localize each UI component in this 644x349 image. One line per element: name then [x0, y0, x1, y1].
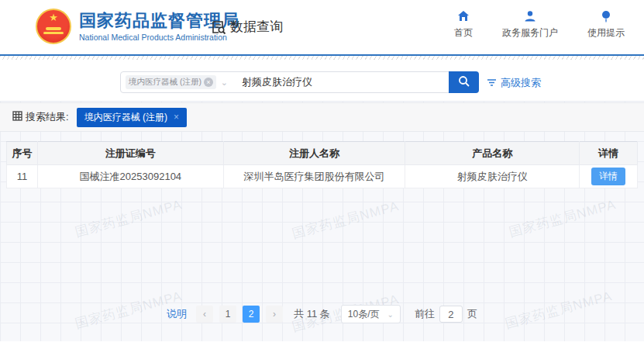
- page-size-select[interactable]: 10条/页 ⌄: [341, 305, 401, 323]
- header: ★ 国家药品监督管理局 National Medical Products Ad…: [0, 0, 644, 54]
- top-nav: 首页 政务服务门户 使: [454, 9, 625, 40]
- header-hatch-stripe: [0, 56, 644, 60]
- category-select[interactable]: 境内医疗器械 (注册) × ⌄: [120, 71, 233, 93]
- chevron-down-icon: ⌄: [387, 310, 394, 319]
- nav-gov-portal-label: 政务服务门户: [502, 26, 558, 40]
- category-tag-remove-icon[interactable]: ×: [204, 78, 213, 87]
- prev-page-button[interactable]: ‹: [196, 306, 213, 323]
- goto-suffix: 页: [467, 307, 477, 321]
- results-table: 序号 注册证编号 注册人名称 产品名称 详情 11 国械注准2025309210…: [6, 141, 638, 188]
- category-tag: 境内医疗器械 (注册) ×: [126, 75, 216, 89]
- search-button[interactable]: [449, 71, 479, 93]
- col-product: 产品名称: [405, 142, 580, 165]
- national-emblem-logo: ★: [36, 9, 71, 44]
- app-title-label: 数据查询: [230, 18, 283, 36]
- cell-registrant: 深圳半岛医疗集团股份有限公司: [223, 165, 405, 188]
- results-bar: 搜索结果: 境内医疗器械 (注册) ×: [0, 102, 644, 132]
- results-label: 搜索结果:: [12, 110, 69, 124]
- total-count-label: 共 11 条: [294, 307, 330, 321]
- col-cert-no: 注册证编号: [37, 142, 223, 165]
- nav-home[interactable]: 首页: [454, 9, 473, 40]
- pagination-note-link[interactable]: 说明: [167, 307, 187, 321]
- page-size-value: 10条/页: [348, 308, 380, 321]
- home-icon: [456, 9, 470, 23]
- search-input[interactable]: [232, 71, 449, 93]
- page-button-1[interactable]: 1: [219, 306, 236, 323]
- col-index: 序号: [7, 142, 38, 165]
- nav-gov-portal[interactable]: 政务服务门户: [502, 9, 558, 40]
- col-detail: 详情: [580, 142, 638, 165]
- cell-product: 射频皮肤治疗仪: [405, 165, 580, 188]
- watermark: 国家药监局NMPA: [507, 195, 618, 241]
- watermark: 国家药监局NMPA: [73, 195, 184, 241]
- user-icon: [523, 9, 537, 23]
- goto-label: 前往: [415, 307, 435, 321]
- bulb-icon: [599, 9, 613, 23]
- goto-page-input[interactable]: [439, 306, 463, 323]
- cell-index: 11: [7, 165, 38, 188]
- nav-usage-tips[interactable]: 使用提示: [587, 9, 625, 40]
- detail-button[interactable]: 详情: [591, 168, 625, 185]
- search-bar: 境内医疗器械 (注册) × ⌄ 高级搜索: [0, 71, 644, 93]
- nav-usage-tips-label: 使用提示: [587, 26, 625, 40]
- table-header-row: 序号 注册证编号 注册人名称 产品名称 详情: [7, 142, 638, 165]
- advanced-search-label: 高级搜索: [501, 76, 541, 90]
- grid-icon: [12, 111, 22, 123]
- advanced-search-link[interactable]: 高级搜索: [487, 76, 541, 90]
- tag-close-icon[interactable]: ×: [174, 112, 179, 123]
- watermark: 国家药监局NMPA: [290, 197, 401, 243]
- goto-page: 前往 页: [415, 306, 477, 323]
- chevron-down-icon: ⌄: [221, 78, 228, 88]
- data-query-icon: [211, 19, 226, 35]
- app-title: 数据查询: [211, 18, 283, 36]
- content-area: 国家药监局NMPA 国家药监局NMPA 国家药监局NMPA 国家药监局NMPA …: [0, 101, 644, 341]
- category-tag-label: 境内医疗器械 (注册): [129, 77, 201, 88]
- search-icon: [458, 75, 470, 90]
- results-label-text: 搜索结果:: [26, 110, 69, 124]
- results-filter-tag: 境内医疗器械 (注册) ×: [77, 108, 187, 127]
- table-row: 11 国械注准20253092104 深圳半岛医疗集团股份有限公司 射频皮肤治疗…: [7, 165, 638, 188]
- page-button-2-active[interactable]: 2: [243, 306, 260, 323]
- pagination: 说明 ‹ 1 2 › 共 11 条 10条/页 ⌄ 前往 页: [0, 305, 644, 323]
- next-page-button[interactable]: ›: [266, 306, 283, 323]
- filter-icon: [487, 78, 497, 89]
- cell-cert-no: 国械注准20253092104: [37, 165, 223, 188]
- page: ★ 国家药品监督管理局 National Medical Products Ad…: [0, 0, 644, 349]
- nav-home-label: 首页: [454, 26, 473, 40]
- results-filter-tag-label: 境内医疗器械 (注册): [84, 111, 167, 124]
- col-registrant: 注册人名称: [223, 142, 405, 165]
- emblem-star-icon: ★: [37, 12, 70, 22]
- brand: ★ 国家药品监督管理局 National Medical Products Ad…: [36, 9, 239, 44]
- cell-detail: 详情: [580, 165, 638, 188]
